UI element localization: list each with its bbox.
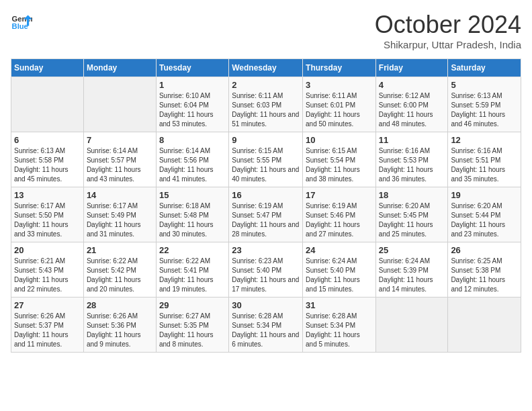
day-number: 27	[14, 300, 81, 310]
location-subtitle: Shikarpur, Uttar Pradesh, India	[375, 39, 521, 50]
day-number: 30	[232, 300, 300, 310]
calendar-table: Sunday Monday Tuesday Wednesday Thursday…	[11, 58, 521, 353]
day-number: 6	[14, 135, 81, 145]
calendar-header-row: Sunday Monday Tuesday Wednesday Thursday…	[11, 59, 521, 77]
calendar-cell	[11, 77, 84, 132]
day-info: Sunrise: 6:17 AMSunset: 5:50 PMDaylight:…	[14, 201, 81, 239]
col-tuesday: Tuesday	[156, 59, 228, 77]
day-info: Sunrise: 6:26 AMSunset: 5:37 PMDaylight:…	[14, 312, 81, 349]
calendar-cell: 27Sunrise: 6:26 AMSunset: 5:37 PMDayligh…	[11, 298, 84, 353]
day-info: Sunrise: 6:27 AMSunset: 5:35 PMDaylight:…	[159, 312, 226, 349]
day-info: Sunrise: 6:25 AMSunset: 5:38 PMDaylight:…	[451, 257, 518, 294]
day-info: Sunrise: 6:24 AMSunset: 5:39 PMDaylight:…	[379, 257, 445, 294]
day-info: Sunrise: 6:22 AMSunset: 5:42 PMDaylight:…	[87, 257, 153, 294]
col-sunday: Sunday	[11, 59, 84, 77]
day-info: Sunrise: 6:16 AMSunset: 5:51 PMDaylight:…	[451, 146, 518, 184]
calendar-cell: 11Sunrise: 6:16 AMSunset: 5:53 PMDayligh…	[375, 132, 448, 187]
day-number: 20	[14, 245, 81, 255]
calendar-cell: 1Sunrise: 6:10 AMSunset: 6:04 PMDaylight…	[156, 77, 228, 132]
calendar-cell: 20Sunrise: 6:21 AMSunset: 5:43 PMDayligh…	[11, 242, 84, 298]
logo-icon: General Blue	[11, 11, 32, 32]
day-number: 11	[379, 135, 445, 145]
calendar-cell: 15Sunrise: 6:18 AMSunset: 5:48 PMDayligh…	[156, 187, 228, 242]
calendar-cell: 30Sunrise: 6:28 AMSunset: 5:34 PMDayligh…	[229, 298, 303, 353]
calendar-week-2: 6Sunrise: 6:13 AMSunset: 5:58 PMDaylight…	[11, 132, 521, 187]
calendar-cell: 25Sunrise: 6:24 AMSunset: 5:39 PMDayligh…	[375, 242, 448, 298]
day-number: 22	[159, 245, 226, 255]
day-number: 14	[87, 190, 153, 200]
day-info: Sunrise: 6:15 AMSunset: 5:54 PMDaylight:…	[306, 146, 373, 184]
day-info: Sunrise: 6:23 AMSunset: 5:40 PMDaylight:…	[232, 257, 300, 294]
day-number: 15	[159, 190, 226, 200]
day-number: 10	[306, 135, 373, 145]
day-info: Sunrise: 6:18 AMSunset: 5:48 PMDaylight:…	[159, 201, 226, 239]
calendar-week-5: 27Sunrise: 6:26 AMSunset: 5:37 PMDayligh…	[11, 298, 521, 353]
svg-text:Blue: Blue	[12, 22, 28, 30]
page-header: General Blue October 2024 Shikarpur, Utt…	[11, 11, 521, 50]
day-number: 25	[379, 245, 445, 255]
day-number: 1	[159, 80, 226, 90]
day-info: Sunrise: 6:10 AMSunset: 6:04 PMDaylight:…	[159, 91, 226, 129]
calendar-cell: 7Sunrise: 6:14 AMSunset: 5:57 PMDaylight…	[83, 132, 156, 187]
calendar-cell: 10Sunrise: 6:15 AMSunset: 5:54 PMDayligh…	[303, 132, 376, 187]
day-number: 23	[232, 245, 300, 255]
day-number: 9	[232, 135, 300, 145]
day-info: Sunrise: 6:22 AMSunset: 5:41 PMDaylight:…	[159, 257, 226, 294]
day-number: 18	[379, 190, 445, 200]
day-info: Sunrise: 6:20 AMSunset: 5:44 PMDaylight:…	[451, 201, 518, 239]
day-info: Sunrise: 6:20 AMSunset: 5:45 PMDaylight:…	[379, 201, 445, 239]
calendar-cell: 8Sunrise: 6:14 AMSunset: 5:56 PMDaylight…	[156, 132, 228, 187]
day-info: Sunrise: 6:21 AMSunset: 5:43 PMDaylight:…	[14, 257, 81, 294]
day-info: Sunrise: 6:19 AMSunset: 5:47 PMDaylight:…	[232, 201, 300, 239]
day-number: 3	[306, 80, 373, 90]
calendar-cell: 21Sunrise: 6:22 AMSunset: 5:42 PMDayligh…	[83, 242, 156, 298]
calendar-cell: 18Sunrise: 6:20 AMSunset: 5:45 PMDayligh…	[375, 187, 448, 242]
calendar-week-4: 20Sunrise: 6:21 AMSunset: 5:43 PMDayligh…	[11, 242, 521, 298]
calendar-cell: 31Sunrise: 6:28 AMSunset: 5:34 PMDayligh…	[303, 298, 376, 353]
day-info: Sunrise: 6:26 AMSunset: 5:36 PMDaylight:…	[87, 312, 153, 349]
col-wednesday: Wednesday	[229, 59, 303, 77]
day-info: Sunrise: 6:24 AMSunset: 5:40 PMDaylight:…	[306, 257, 373, 294]
logo: General Blue	[11, 11, 32, 32]
day-info: Sunrise: 6:13 AMSunset: 5:58 PMDaylight:…	[14, 146, 81, 184]
calendar-cell: 13Sunrise: 6:17 AMSunset: 5:50 PMDayligh…	[11, 187, 84, 242]
calendar-cell: 16Sunrise: 6:19 AMSunset: 5:47 PMDayligh…	[229, 187, 303, 242]
day-number: 29	[159, 300, 226, 310]
day-number: 5	[451, 80, 518, 90]
calendar-cell: 3Sunrise: 6:11 AMSunset: 6:01 PMDaylight…	[303, 77, 376, 132]
calendar-cell: 24Sunrise: 6:24 AMSunset: 5:40 PMDayligh…	[303, 242, 376, 298]
calendar-cell: 2Sunrise: 6:11 AMSunset: 6:03 PMDaylight…	[229, 77, 303, 132]
calendar-cell: 26Sunrise: 6:25 AMSunset: 5:38 PMDayligh…	[448, 242, 521, 298]
day-number: 2	[232, 80, 300, 90]
day-number: 16	[232, 190, 300, 200]
day-info: Sunrise: 6:12 AMSunset: 6:00 PMDaylight:…	[379, 91, 445, 129]
day-number: 31	[306, 300, 373, 310]
day-number: 19	[451, 190, 518, 200]
calendar-cell: 29Sunrise: 6:27 AMSunset: 5:35 PMDayligh…	[156, 298, 228, 353]
day-number: 7	[87, 135, 153, 145]
col-friday: Friday	[375, 59, 448, 77]
col-thursday: Thursday	[303, 59, 376, 77]
calendar-cell: 17Sunrise: 6:19 AMSunset: 5:46 PMDayligh…	[303, 187, 376, 242]
month-title: October 2024	[375, 11, 521, 39]
calendar-cell: 14Sunrise: 6:17 AMSunset: 5:49 PMDayligh…	[83, 187, 156, 242]
day-number: 28	[87, 300, 153, 310]
day-info: Sunrise: 6:17 AMSunset: 5:49 PMDaylight:…	[87, 201, 153, 239]
calendar-cell: 4Sunrise: 6:12 AMSunset: 6:00 PMDaylight…	[375, 77, 448, 132]
calendar-cell	[448, 298, 521, 353]
calendar-cell: 5Sunrise: 6:13 AMSunset: 5:59 PMDaylight…	[448, 77, 521, 132]
day-number: 8	[159, 135, 226, 145]
day-number: 13	[14, 190, 81, 200]
day-info: Sunrise: 6:13 AMSunset: 5:59 PMDaylight:…	[451, 91, 518, 129]
day-info: Sunrise: 6:11 AMSunset: 6:01 PMDaylight:…	[306, 91, 373, 129]
calendar-week-1: 1Sunrise: 6:10 AMSunset: 6:04 PMDaylight…	[11, 77, 521, 132]
calendar-cell: 19Sunrise: 6:20 AMSunset: 5:44 PMDayligh…	[448, 187, 521, 242]
title-block: October 2024 Shikarpur, Uttar Pradesh, I…	[375, 11, 521, 50]
day-number: 17	[306, 190, 373, 200]
day-info: Sunrise: 6:28 AMSunset: 5:34 PMDaylight:…	[232, 312, 300, 349]
day-number: 26	[451, 245, 518, 255]
col-saturday: Saturday	[448, 59, 521, 77]
day-info: Sunrise: 6:16 AMSunset: 5:53 PMDaylight:…	[379, 146, 445, 184]
calendar-cell: 12Sunrise: 6:16 AMSunset: 5:51 PMDayligh…	[448, 132, 521, 187]
day-number: 4	[379, 80, 445, 90]
